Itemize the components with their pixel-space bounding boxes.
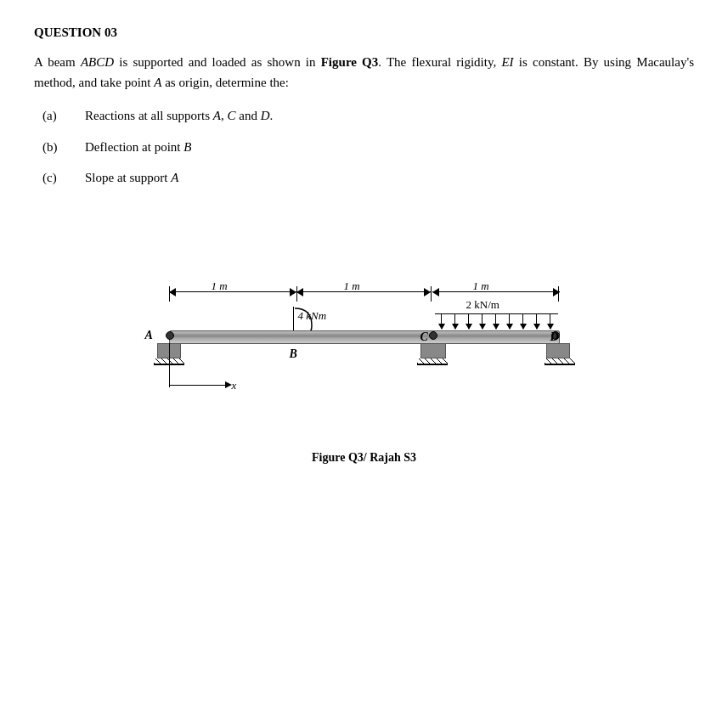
x-label: x [232, 379, 237, 392]
hatch-d [545, 358, 575, 365]
udl-arrow-1 [441, 313, 442, 329]
diagram-container: 1 m 1 m 1 m 2 kN/m [127, 222, 602, 443]
x-axis-line [169, 385, 229, 386]
sub-question-a: (a) Reactions at all supports A, C and D… [42, 106, 694, 126]
udl-label: 2 kN/m [466, 298, 499, 312]
figure-caption: Figure Q3/ Rajah S3 [312, 451, 416, 465]
label-b: B [290, 347, 297, 361]
pin-c [429, 331, 437, 340]
label-a: A [145, 329, 153, 342]
label-c: C [420, 330, 428, 344]
udl-arrow-8 [536, 313, 537, 329]
dim-line-3 [432, 291, 560, 292]
udl-arrow-2 [454, 313, 455, 329]
support-d [546, 343, 570, 358]
udl-arrow-7 [522, 313, 523, 329]
sub-label-c: (c) [42, 171, 68, 185]
udl-arrow-4 [482, 313, 483, 329]
sub-question-b: (b) Deflection at point B [42, 138, 694, 157]
sub-label-b: (b) [42, 140, 68, 155]
hatch-c [417, 358, 448, 365]
sub-text-a: Reactions at all supports A, C and D. [85, 106, 273, 126]
sub-text-b: Deflection at point B [85, 138, 191, 157]
udl-arrow-6 [509, 313, 510, 329]
question-paragraph: A beam ABCD is supported and loaded as s… [34, 52, 694, 93]
moment-label: 4 kNm [298, 309, 327, 323]
dim-line-2 [296, 291, 431, 292]
diagram-area: 1 m 1 m 1 m 2 kN/m [34, 222, 694, 465]
dim-line-1 [169, 291, 296, 292]
vert-line-a [169, 343, 170, 387]
udl-top-line [435, 313, 558, 314]
sub-label-a: (a) [42, 109, 68, 123]
tick-c2 [431, 286, 432, 302]
support-c [420, 343, 446, 358]
sub-question-c: (c) Slope at support A [42, 168, 694, 188]
sub-questions: (a) Reactions at all supports A, C and D… [42, 106, 694, 188]
udl-arrow-5 [495, 313, 496, 329]
pin-a [166, 331, 174, 340]
udl-arrow-3 [468, 313, 469, 329]
sub-text-c: Slope at support A [85, 168, 178, 188]
udl-arrow-9 [550, 313, 550, 329]
question-title: QUESTION 03 [34, 25, 694, 40]
beam [169, 330, 560, 344]
label-d: D [550, 330, 559, 344]
